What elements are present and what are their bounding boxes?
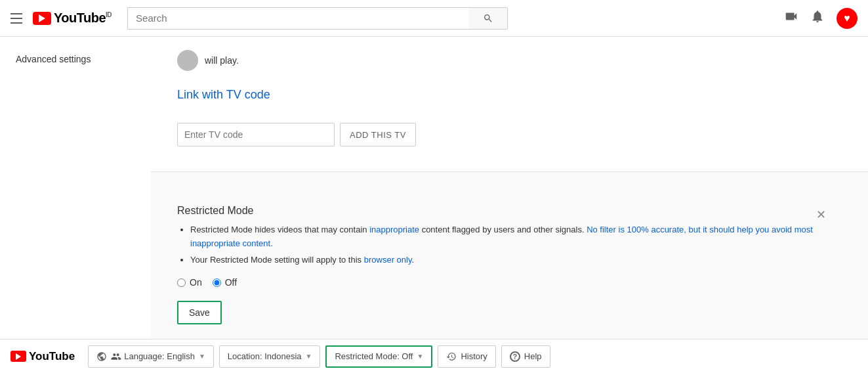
search-bar bbox=[127, 7, 508, 30]
tv-section: will play. Link with TV code ADD THIS TV bbox=[177, 50, 842, 152]
header: YouTubeID bbox=[0, 0, 868, 37]
restricted-mode-toggle: On Off bbox=[177, 277, 842, 288]
footer-youtube-logo[interactable]: YouTube bbox=[10, 350, 75, 363]
restricted-mode-dropdown-icon: ▼ bbox=[417, 353, 423, 360]
page-wrap: Advanced settings will play. Link with T… bbox=[0, 37, 868, 373]
radio-off-label[interactable]: Off bbox=[213, 277, 237, 288]
tv-code-input[interactable] bbox=[177, 123, 335, 146]
history-button[interactable]: History bbox=[438, 345, 495, 368]
help-btn-label: Help bbox=[524, 351, 542, 361]
panel-close-button[interactable]: ✕ bbox=[816, 208, 826, 222]
radio-on[interactable] bbox=[177, 278, 186, 287]
language-btn-label: Language: English bbox=[124, 351, 195, 361]
language-button[interactable]: Language: English ▼ bbox=[88, 345, 214, 368]
add-tv-button[interactable]: ADD THIS TV bbox=[340, 123, 416, 146]
avatar[interactable] bbox=[837, 8, 858, 29]
location-dropdown-icon: ▼ bbox=[306, 353, 312, 360]
help-icon: ? bbox=[510, 351, 520, 362]
radio-off[interactable] bbox=[213, 278, 221, 287]
sidebar-item-advanced-settings[interactable]: Advanced settings bbox=[0, 47, 151, 71]
restricted-mode-panel: Restricted Mode ✕ Restricted Mode hides … bbox=[151, 192, 868, 338]
will-play-row: will play. bbox=[177, 50, 842, 71]
footer-logo-text: YouTube bbox=[29, 350, 75, 363]
youtube-logo-icon bbox=[33, 12, 51, 25]
panel-description: Restricted Mode hides videos that may co… bbox=[177, 223, 842, 267]
sidebar: Advanced settings bbox=[0, 37, 151, 373]
header-right bbox=[784, 8, 858, 29]
search-input[interactable] bbox=[127, 7, 468, 30]
language-dropdown-icon: ▼ bbox=[199, 353, 205, 360]
radio-on-label[interactable]: On bbox=[177, 277, 202, 288]
bullet-1: Restricted Mode hides videos that may co… bbox=[190, 223, 842, 251]
tv-code-row: ADD THIS TV bbox=[177, 123, 842, 146]
help-button[interactable]: ? Help bbox=[501, 345, 550, 368]
footer-logo-icon bbox=[10, 351, 26, 362]
footer-bar: YouTube Language: English ▼ Location: In… bbox=[0, 339, 868, 373]
search-button[interactable] bbox=[468, 7, 508, 30]
panel-title: Restricted Mode bbox=[177, 205, 254, 217]
will-play-text: will play. bbox=[205, 55, 239, 66]
restricted-mode-btn-label: Restricted Mode: Off bbox=[335, 351, 413, 361]
notifications-icon[interactable] bbox=[810, 9, 825, 27]
menu-button[interactable] bbox=[10, 13, 22, 24]
upload-video-icon[interactable] bbox=[784, 9, 798, 27]
link-tv-heading: Link with TV code bbox=[177, 88, 842, 102]
restricted-mode-button[interactable]: Restricted Mode: Off ▼ bbox=[325, 345, 432, 368]
save-button[interactable]: Save bbox=[177, 301, 222, 324]
top-section: will play. Link with TV code ADD THIS TV bbox=[151, 37, 868, 172]
youtube-logo-text: YouTubeID bbox=[54, 11, 112, 26]
panel-header: Restricted Mode ✕ bbox=[177, 205, 842, 223]
youtube-logo[interactable]: YouTubeID bbox=[33, 11, 112, 26]
spacer bbox=[151, 172, 868, 192]
history-btn-label: History bbox=[461, 351, 487, 361]
location-btn-label: Location: Indonesia bbox=[228, 351, 302, 361]
bullet-2: Your Restricted Mode setting will apply … bbox=[190, 253, 842, 267]
main-content: will play. Link with TV code ADD THIS TV… bbox=[151, 37, 868, 373]
profile-avatar bbox=[177, 50, 198, 71]
location-button[interactable]: Location: Indonesia ▼ bbox=[219, 345, 321, 368]
